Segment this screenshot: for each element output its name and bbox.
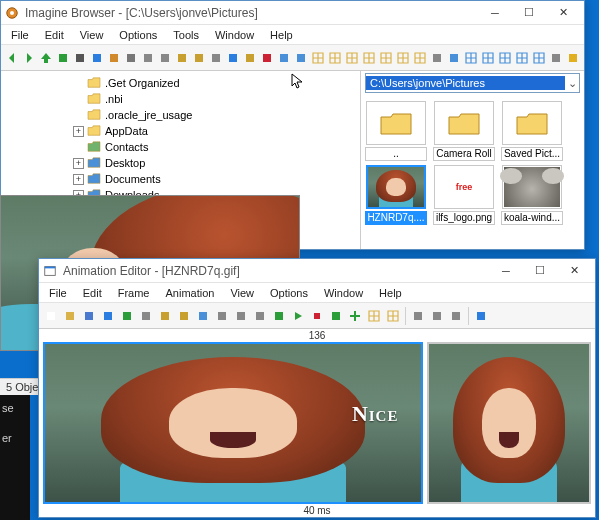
toolbar-help-button[interactable] <box>89 49 105 67</box>
toolbar-stop-button[interactable] <box>308 307 326 325</box>
toolbar-layout7-button[interactable] <box>412 49 428 67</box>
toolbar-grid1-button[interactable] <box>463 49 479 67</box>
toolbar-add-button[interactable] <box>346 307 364 325</box>
toolbar-cut-button[interactable] <box>137 307 155 325</box>
thumbnail-item[interactable]: Camera Roll <box>433 101 495 161</box>
tree-item[interactable]: .oracle_jre_usage <box>3 107 358 123</box>
menu-help[interactable]: Help <box>262 29 301 41</box>
menu-frame[interactable]: Frame <box>110 287 158 299</box>
frame-next[interactable] <box>427 342 591 504</box>
toolbar-frames-button[interactable] <box>194 307 212 325</box>
toolbar-grid4-button[interactable] <box>514 49 530 67</box>
toolbar-app-button[interactable] <box>106 49 122 67</box>
toolbar-help-button[interactable] <box>472 307 490 325</box>
toolbar-fx3-button[interactable] <box>251 307 269 325</box>
menu-window[interactable]: Window <box>316 287 371 299</box>
thumbnail-pane[interactable]: ..Camera RollSaved Pict...HZNRD7q....fre… <box>361 95 584 249</box>
toolbar-clipboard-button[interactable] <box>242 49 258 67</box>
toolbar-layout2-button[interactable] <box>327 49 343 67</box>
toolbar-settings-button[interactable] <box>123 49 139 67</box>
menu-help[interactable]: Help <box>371 287 410 299</box>
tree-expand-toggle[interactable]: + <box>73 158 84 169</box>
toolbar-docs-button[interactable] <box>276 49 292 67</box>
toolbar-grid2-button[interactable] <box>480 49 496 67</box>
toolbar-fx1-button[interactable] <box>213 307 231 325</box>
toolbar-refresh-button[interactable] <box>55 49 71 67</box>
frame-strip[interactable]: Nice <box>39 342 595 504</box>
tree-item[interactable]: +Desktop <box>3 155 358 171</box>
toolbar-paste-button[interactable] <box>191 49 207 67</box>
path-bar[interactable]: C:\Users\jonve\Pictures ⌄ <box>365 73 580 93</box>
menu-animation[interactable]: Animation <box>157 287 222 299</box>
toolbar-redo-button[interactable] <box>118 307 136 325</box>
tree-item[interactable]: +AppData <box>3 123 358 139</box>
thumbnail-item[interactable]: freeilfs_logo.png <box>433 165 495 225</box>
toolbar-play-start-button[interactable] <box>270 307 288 325</box>
menu-edit[interactable]: Edit <box>75 287 110 299</box>
thumbnail-item[interactable]: HZNRD7q.... <box>365 165 427 225</box>
editor-titlebar[interactable]: Animation Editor - [HZNRD7q.gif] ─ ☐ ✕ <box>39 259 595 283</box>
toolbar-nav-up-button[interactable] <box>38 49 54 67</box>
toolbar-star-button[interactable] <box>565 49 581 67</box>
thumbnail-item[interactable]: koala-wind... <box>501 165 563 225</box>
toolbar-save-button[interactable] <box>80 307 98 325</box>
tree-expand-toggle[interactable]: + <box>73 174 84 185</box>
menu-options[interactable]: Options <box>262 287 316 299</box>
toolbar-play-end-button[interactable] <box>327 307 345 325</box>
toolbar-burst-button[interactable] <box>446 49 462 67</box>
tree-item[interactable]: +Documents <box>3 171 358 187</box>
toolbar-stack-button[interactable] <box>293 49 309 67</box>
editor-close-button[interactable]: ✕ <box>557 260 591 282</box>
toolbar-copy-button[interactable] <box>174 49 190 67</box>
toolbar-layout1-button[interactable] <box>310 49 326 67</box>
menu-window[interactable]: Window <box>207 29 262 41</box>
toolbar-paste-button[interactable] <box>175 307 193 325</box>
toolbar-list-button[interactable] <box>140 49 156 67</box>
minimize-button[interactable]: ─ <box>478 2 512 24</box>
maximize-button[interactable]: ☐ <box>512 2 546 24</box>
toolbar-copy-button[interactable] <box>156 307 174 325</box>
toolbar-grid3-button[interactable] <box>497 49 513 67</box>
toolbar-nav-fwd-button[interactable] <box>21 49 37 67</box>
toolbar-refresh2-button[interactable] <box>429 49 445 67</box>
tree-item[interactable]: .nbi <box>3 91 358 107</box>
toolbar-view-button[interactable] <box>157 49 173 67</box>
toolbar-nav-back-button[interactable] <box>4 49 20 67</box>
tree-item[interactable]: Contacts <box>3 139 358 155</box>
menu-view[interactable]: View <box>222 287 262 299</box>
menu-edit[interactable]: Edit <box>37 29 72 41</box>
toolbar-fx-button[interactable] <box>428 307 446 325</box>
toolbar-cherry-button[interactable] <box>259 49 275 67</box>
toolbar-wrench-button[interactable] <box>447 307 465 325</box>
toolbar-wrench-button[interactable] <box>548 49 564 67</box>
frame-selected[interactable]: Nice <box>43 342 423 504</box>
toolbar-cut-button[interactable] <box>208 49 224 67</box>
toolbar-wand-button[interactable] <box>409 307 427 325</box>
toolbar-layout2-button[interactable] <box>384 307 402 325</box>
toolbar-play-button[interactable] <box>289 307 307 325</box>
toolbar-layout1-button[interactable] <box>365 307 383 325</box>
toolbar-layout4-button[interactable] <box>361 49 377 67</box>
browser-titlebar[interactable]: Imagine Browser - [C:\Users\jonve\Pictur… <box>1 1 584 25</box>
editor-minimize-button[interactable]: ─ <box>489 260 523 282</box>
menu-view[interactable]: View <box>72 29 112 41</box>
toolbar-layout3-button[interactable] <box>344 49 360 67</box>
toolbar-open-button[interactable] <box>61 307 79 325</box>
toolbar-new-button[interactable] <box>42 307 60 325</box>
menu-file[interactable]: File <box>41 287 75 299</box>
close-button[interactable]: ✕ <box>546 2 580 24</box>
toolbar-grid5-button[interactable] <box>531 49 547 67</box>
editor-maximize-button[interactable]: ☐ <box>523 260 557 282</box>
menu-file[interactable]: File <box>3 29 37 41</box>
toolbar-fx2-button[interactable] <box>232 307 250 325</box>
menu-tools[interactable]: Tools <box>165 29 207 41</box>
toolbar-undo-button[interactable] <box>225 49 241 67</box>
toolbar-layout6-button[interactable] <box>395 49 411 67</box>
path-dropdown-icon[interactable]: ⌄ <box>565 77 579 90</box>
menu-options[interactable]: Options <box>111 29 165 41</box>
toolbar-print-button[interactable] <box>72 49 88 67</box>
thumbnail-item[interactable]: .. <box>365 101 427 161</box>
toolbar-layout5-button[interactable] <box>378 49 394 67</box>
thumbnail-item[interactable]: Saved Pict... <box>501 101 563 161</box>
tree-expand-toggle[interactable]: + <box>73 126 84 137</box>
